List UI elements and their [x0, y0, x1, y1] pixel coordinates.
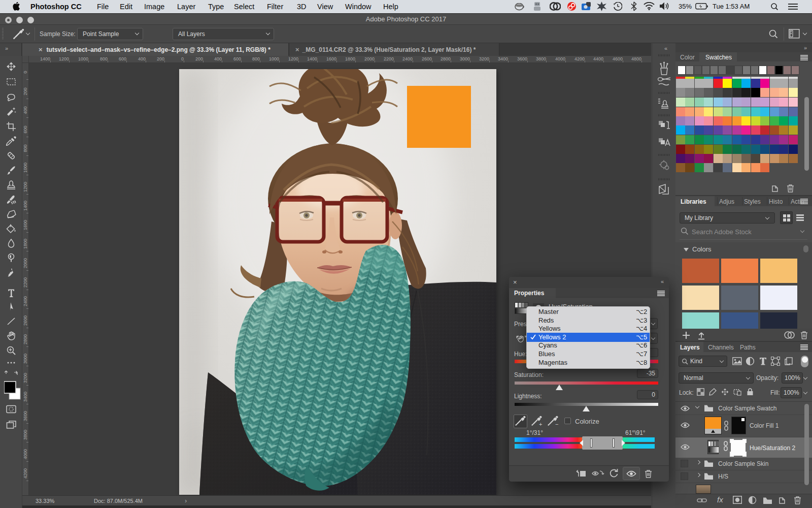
svg-text:−: −	[555, 421, 558, 427]
svg-text:+: +	[539, 421, 542, 427]
